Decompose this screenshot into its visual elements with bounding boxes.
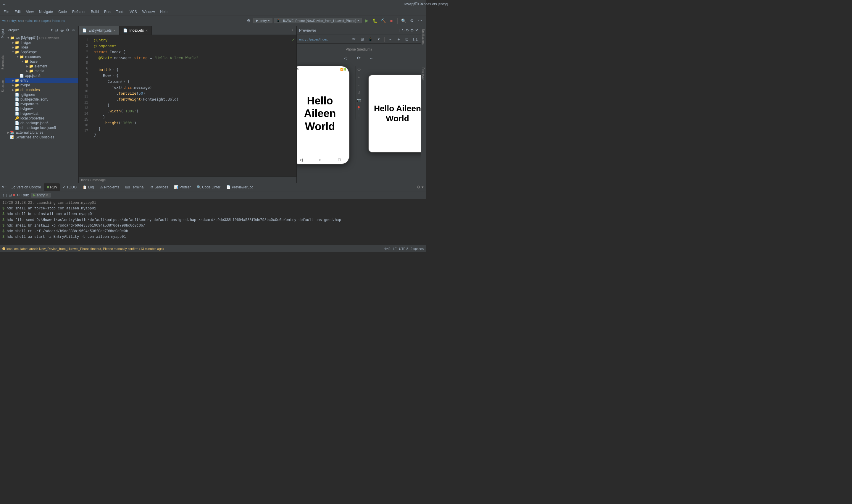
side-vol-up-icon[interactable]: + xyxy=(356,74,362,80)
layers-icon[interactable]: ⊞ xyxy=(359,36,365,42)
menu-refactor[interactable]: Refactor xyxy=(70,9,88,15)
bottom-tab-profiler[interactable]: 📊 Profiler xyxy=(171,183,194,191)
zoom-in-icon[interactable]: ＋ xyxy=(395,36,402,42)
orientation-icon[interactable]: ⟳ xyxy=(406,28,409,33)
text-format-icon[interactable]: T xyxy=(398,28,400,33)
run-button[interactable]: ▶ xyxy=(363,17,370,24)
breadcrumb-entry[interactable]: entry xyxy=(8,19,16,22)
menu-file[interactable]: File xyxy=(1,9,12,15)
menu-run[interactable]: Run xyxy=(102,9,113,15)
breadcrumb-pages[interactable]: pages xyxy=(40,19,49,22)
tree-media[interactable]: ▶ 📁 media xyxy=(5,69,78,73)
tree-base[interactable]: ▼ 📁 base xyxy=(5,59,78,64)
more-button[interactable]: ⋯ xyxy=(417,17,424,24)
side-more-icon[interactable]: ⋮ xyxy=(356,113,362,118)
tree-hvigorw[interactable]: ▶ 📄 hvigorw xyxy=(5,107,78,111)
device-selector[interactable]: 📱 HUAWEI Phone [NewDevice_from_Huawei_Ph… xyxy=(274,18,362,23)
up-icon[interactable]: ↑ xyxy=(5,185,7,189)
tree-gitignore[interactable]: ▶ 📄 .gitignore xyxy=(5,92,78,97)
rotate-button[interactable]: ⟳ xyxy=(355,54,363,62)
tree-entry[interactable]: ▶ 📁 entry xyxy=(5,78,78,83)
search-button[interactable]: 🔍 xyxy=(400,17,407,24)
tree-idea[interactable]: ▶ 📁 .idea xyxy=(5,45,78,50)
tree-root[interactable]: ▼ 📁 ws [MyApp01] D:\Huawei\ws xyxy=(5,36,78,40)
side-power-icon[interactable]: ⏻ xyxy=(356,67,362,72)
menu-window[interactable]: Window xyxy=(140,9,157,15)
fit-icon[interactable]: ⊡ xyxy=(403,36,410,42)
tree-resources[interactable]: ▼ 📁 resources xyxy=(5,54,78,59)
tab-close-index[interactable]: ✕ xyxy=(146,29,148,32)
device-toggle-icon[interactable]: 📱 xyxy=(367,36,374,42)
project-dropdown-icon[interactable]: ▾ xyxy=(51,28,53,32)
settings-button[interactable]: ⚙ xyxy=(408,17,415,24)
close-panel-icon[interactable]: ✕ xyxy=(71,28,76,33)
side-screenshot-icon[interactable]: 📷 xyxy=(356,97,362,103)
run-stop-icon[interactable]: ■ xyxy=(13,193,15,197)
menu-code[interactable]: Code xyxy=(56,9,69,15)
menu-tools[interactable]: Tools xyxy=(114,9,127,15)
tree-appscope[interactable]: ▼ 📁 AppScope xyxy=(5,50,78,54)
tab-menu-button[interactable]: ⋮ xyxy=(288,29,296,33)
zoom-out-icon[interactable]: － xyxy=(387,36,394,42)
status-lf[interactable]: LF xyxy=(393,247,397,251)
tree-local-properties[interactable]: ▶ 🔑 local.properties xyxy=(5,116,78,121)
run-config-selector[interactable]: ▶ entry ▾ xyxy=(253,18,272,23)
settings-icon[interactable]: ⚙ xyxy=(245,17,252,24)
more-options-button[interactable]: ··· xyxy=(368,54,376,62)
collapse-all-icon[interactable]: ⊟ xyxy=(54,28,59,33)
bottom-tab-problems[interactable]: ⚠ Problems xyxy=(97,183,122,191)
tree-build-profile[interactable]: ▶ 📄 build-profile.json5 xyxy=(5,97,78,102)
menu-vcs[interactable]: VCS xyxy=(127,9,139,15)
tab-previewer-side[interactable]: Previewer xyxy=(421,65,426,83)
tab-index[interactable]: 📄 Index.ets ✕ xyxy=(120,26,152,35)
tab-structure[interactable]: Structure xyxy=(0,78,5,95)
tree-hvigorfile[interactable]: ▶ 📄 hvigorfile.ts xyxy=(5,102,78,107)
breadcrumb-main[interactable]: main xyxy=(25,19,32,22)
close-previewer-icon[interactable]: ✕ xyxy=(415,28,418,33)
bottom-tab-services[interactable]: ⚙ Services xyxy=(147,183,171,191)
code-content[interactable]: @Entry @Component struct Index { @State … xyxy=(91,35,296,176)
status-encoding[interactable]: UTF-8 xyxy=(399,247,408,251)
debug-button[interactable]: 🐛 xyxy=(371,17,378,24)
hide-bottom-icon[interactable]: ▾ xyxy=(421,185,424,189)
stop-button[interactable]: ■ xyxy=(388,17,395,24)
run-rerun-icon[interactable]: ↻ xyxy=(17,193,20,197)
bottom-tab-previewer-log[interactable]: 📄 PreviewerLog xyxy=(223,183,256,191)
locate-icon[interactable]: ◎ xyxy=(59,28,65,33)
tree-hvigor2[interactable]: ▶ 📁 hvigor xyxy=(5,83,78,88)
breadcrumb-file[interactable]: Index.ets xyxy=(52,19,65,22)
bottom-tab-log[interactable]: 📋 Log xyxy=(79,183,97,191)
menu-view[interactable]: View xyxy=(24,9,36,15)
side-rotate-icon[interactable]: ↺ xyxy=(356,90,362,95)
side-pin-icon[interactable]: 📍 xyxy=(356,105,362,111)
tab-notifications[interactable]: Notifications xyxy=(421,26,426,47)
bottom-tab-code-linter[interactable]: 🔍 Code Linter xyxy=(194,183,223,191)
breadcrumb-message[interactable]: message xyxy=(93,178,106,182)
tree-element[interactable]: ▶ 📁 element xyxy=(5,64,78,69)
chevron-down-icon3[interactable]: ▾ xyxy=(376,36,382,42)
tree-external-libs[interactable]: ▶ 📚 External Libraries xyxy=(5,130,78,135)
settings-bottom-icon[interactable]: ⚙ xyxy=(417,185,420,189)
bottom-tab-todo[interactable]: ✓ TODO xyxy=(60,183,80,191)
tree-oh-package[interactable]: ▶ 📄 oh-package.json5 xyxy=(5,121,78,125)
menu-edit[interactable]: Edit xyxy=(12,9,23,15)
tree-appjson[interactable]: ▶ 📄 app.json5 xyxy=(5,73,78,78)
tab-bookmarks[interactable]: Bookmarks xyxy=(0,52,5,72)
build-button[interactable]: 🔨 xyxy=(380,17,387,24)
run-scroll-down-icon[interactable]: ↓ xyxy=(6,193,8,197)
tab-entryability[interactable]: 📄 EntryAbility.ets ✕ xyxy=(79,26,120,35)
breadcrumb-index[interactable]: Index xyxy=(81,178,89,182)
run-filter-icon[interactable]: ⊟ xyxy=(8,193,12,197)
tree-scratches[interactable]: ▶ 📝 Scratches and Consoles xyxy=(5,135,78,140)
bottom-tab-run[interactable]: Run xyxy=(44,183,60,191)
tree-hvigor[interactable]: ▶ 📁 .hvigor xyxy=(5,40,78,45)
run-scroll-up-icon[interactable]: ↑ xyxy=(2,193,4,197)
eye-icon[interactable]: 👁 xyxy=(350,36,357,42)
bottom-tab-terminal[interactable]: ⌨ Terminal xyxy=(122,183,147,191)
status-indent[interactable]: 2 spaces xyxy=(411,247,424,251)
tree-oh-package-lock[interactable]: ▶ 📄 oh-package-lock.json5 xyxy=(5,125,78,130)
run-config-close[interactable]: ✕ xyxy=(46,193,49,197)
side-vol-down-icon[interactable]: - xyxy=(356,82,362,88)
breadcrumb-ws[interactable]: ws xyxy=(2,19,6,22)
zoom-level[interactable]: 1:1 xyxy=(412,36,418,42)
